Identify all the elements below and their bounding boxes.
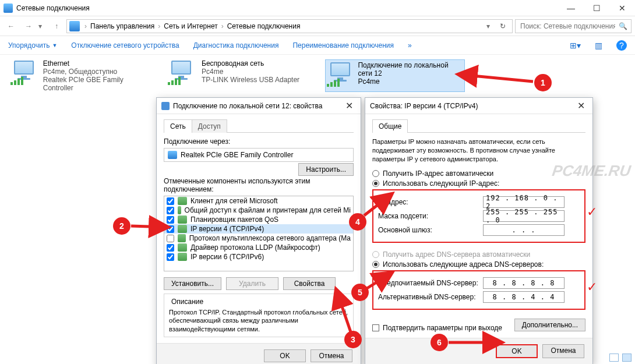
toolbar-rename[interactable]: Переименование подключения xyxy=(292,41,394,50)
title-bar: Сетевые подключения — ☐ ✕ xyxy=(0,0,635,16)
minimize-button[interactable]: — xyxy=(558,0,584,16)
intro-text: Параметры IP можно назначать автоматичес… xyxy=(372,137,585,164)
radio-ip-manual[interactable]: Использовать следующий IP-адрес: xyxy=(372,179,585,188)
dialog-title: Свойства: IP версии 4 (TCP/IPv4) xyxy=(370,102,478,110)
ip-section-highlight: IP-адрес:192 . 168 . 0 . 2 Маска подсети… xyxy=(372,189,585,243)
components-list[interactable]: Клиент для сетей Microsoft Общий доступ … xyxy=(164,196,354,271)
pane-icon[interactable]: ▥ xyxy=(595,41,602,50)
status-bar xyxy=(609,351,632,364)
toolbar-organize[interactable]: Упорядочить ▼ xyxy=(8,41,57,50)
view-large-icon[interactable] xyxy=(622,354,632,362)
dns1-input[interactable]: 8 . 8 . 8 . 8 xyxy=(483,277,565,289)
component-icon xyxy=(178,243,187,252)
refresh-icon[interactable]: ↻ xyxy=(496,22,510,30)
ok-button[interactable]: OK xyxy=(496,344,538,358)
connection-icon xyxy=(10,59,37,85)
crumb-0[interactable]: Панель управления xyxy=(89,22,156,30)
description-box: Описание Протокол TCP/IP. Стандартный пр… xyxy=(164,294,354,337)
help-icon[interactable]: ? xyxy=(616,40,627,51)
folder-icon xyxy=(69,21,80,31)
mask-input[interactable]: 255 . 255 . 255 . 0 xyxy=(483,210,565,222)
dialog-title: Подключение по локальной сети 12: свойст… xyxy=(173,102,322,110)
nav-back-icon[interactable]: ← xyxy=(3,19,19,34)
tab-network[interactable]: Сеть xyxy=(164,119,192,133)
tab-access[interactable]: Доступ xyxy=(192,119,227,133)
dialog-ipv4-properties: Свойства: IP версии 4 (TCP/IPv4) ✕ Общие… xyxy=(365,97,593,364)
connect-via-label: Подключение через: xyxy=(164,137,354,146)
list-item: Драйвер протокола LLDP (Майкрософт) xyxy=(164,243,353,252)
remove-button: Удалить xyxy=(226,277,278,290)
ok-button[interactable]: OK xyxy=(264,349,306,362)
connection-icon xyxy=(327,61,352,87)
address-bar: ← → ▾ ↑ › Панель управления › Сеть и Инт… xyxy=(0,16,635,36)
toolbar-diagnose[interactable]: Диагностика подключения xyxy=(193,41,279,50)
crumb-2[interactable]: Сетевые подключения xyxy=(226,22,302,30)
nav-history-icon[interactable]: ▾ xyxy=(38,22,47,30)
search-input[interactable] xyxy=(519,22,616,31)
search-box[interactable]: 🔍 xyxy=(515,19,632,33)
svg-point-4 xyxy=(113,217,130,235)
component-icon xyxy=(178,206,181,214)
search-icon: 🔍 xyxy=(619,22,627,30)
configure-button[interactable]: Настроить... xyxy=(298,163,354,176)
install-button[interactable]: Установить... xyxy=(164,277,221,290)
dialog-icon xyxy=(161,102,170,110)
breadcrumb[interactable]: › Панель управления › Сеть и Интернет › … xyxy=(66,19,513,33)
close-icon[interactable]: ✕ xyxy=(342,100,356,111)
tab-general[interactable]: Общие xyxy=(372,119,408,133)
list-item: Протокол мультиплексора сетевого адаптер… xyxy=(164,234,353,243)
gateway-input[interactable]: . . . xyxy=(483,224,565,236)
list-item: Общий доступ к файлам и принтерам для се… xyxy=(164,206,353,215)
checkmark-icon: ✓ xyxy=(587,204,597,220)
component-icon xyxy=(178,215,187,224)
adapter-icon xyxy=(168,151,177,159)
window-title: Сетевые подключения xyxy=(16,4,558,12)
dialog-connection-properties: Подключение по локальной сети 12: свойст… xyxy=(156,97,361,364)
connection-local-12[interactable]: Подключение по локальной сети 12 Pc4me xyxy=(325,59,465,92)
cancel-button[interactable]: Отмена xyxy=(311,349,352,362)
crumb-1[interactable]: Сеть и Интернет xyxy=(163,22,218,30)
view-details-icon[interactable] xyxy=(609,354,619,362)
components-label: Отмеченные компоненты используются этим … xyxy=(164,177,354,193)
toolbar-overflow[interactable]: » xyxy=(408,41,412,50)
nav-forward-icon[interactable]: → xyxy=(21,19,36,34)
confirm-checkbox[interactable]: Подтвердить параметры при выходе xyxy=(372,324,502,332)
radio-dns-manual[interactable]: Использовать следующие адреса DNS-сервер… xyxy=(372,260,585,268)
checkmark-icon: ✓ xyxy=(587,280,597,295)
connection-icon xyxy=(168,59,196,85)
app-icon xyxy=(3,3,13,13)
toolbar: Упорядочить ▼ Отключение сетевого устрой… xyxy=(0,36,635,55)
svg-text:2: 2 xyxy=(119,221,124,231)
cancel-button[interactable]: Отмена xyxy=(542,344,584,358)
list-item: IP версии 6 (TCP/IPv6) xyxy=(164,252,353,261)
radio-ip-auto[interactable]: Получить IP-адрес автоматически xyxy=(372,169,585,178)
connections-list: Ethernet Pc4me, Общедоступно Realtek PCI… xyxy=(0,55,635,97)
ip-input[interactable]: 192 . 168 . 0 . 2 xyxy=(483,196,565,208)
view-icon[interactable]: ⊞▾ xyxy=(570,41,581,50)
adapter-field: Realtek PCIe GBE Family Controller xyxy=(164,148,354,162)
dns2-input[interactable]: 8 . 8 . 4 . 4 xyxy=(483,291,565,303)
toolbar-disable[interactable]: Отключение сетевого устройства xyxy=(71,41,179,50)
component-icon xyxy=(178,234,186,242)
radio-dns-auto: Получить адрес DNS-сервера автоматически xyxy=(372,250,585,259)
connection-ethernet[interactable]: Ethernet Pc4me, Общедоступно Realtek PCI… xyxy=(10,59,150,92)
component-icon xyxy=(178,253,187,261)
list-item-ipv4: IP версии 4 (TCP/IPv4) xyxy=(164,224,353,234)
nav-up-icon[interactable]: ↑ xyxy=(49,19,64,34)
close-icon[interactable]: ✕ xyxy=(574,100,588,111)
list-item: Планировщик пакетов QoS xyxy=(164,215,353,224)
list-item: Клиент для сетей Microsoft xyxy=(164,196,353,206)
close-button[interactable]: ✕ xyxy=(609,0,635,16)
connection-wireless[interactable]: Беспроводная сеть Pc4me TP-LINK Wireless… xyxy=(168,59,308,92)
window-buttons: — ☐ ✕ xyxy=(558,0,635,16)
component-icon xyxy=(178,197,187,205)
component-icon xyxy=(178,225,187,233)
maximize-button[interactable]: ☐ xyxy=(584,0,609,16)
advanced-button[interactable]: Дополнительно... xyxy=(514,319,585,331)
dns-section-highlight: Предпочитаемый DNS-сервер:8 . 8 . 8 . 8 … xyxy=(372,270,585,310)
properties-button[interactable]: Свойства xyxy=(283,277,336,290)
